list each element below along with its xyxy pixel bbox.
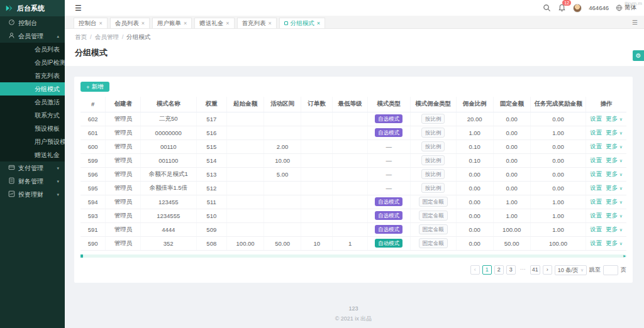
sidebar-subitem-用户预设模式[interactable]: 用户预设模式 bbox=[0, 135, 65, 148]
cell-start: 100.00 bbox=[227, 236, 264, 250]
next-page-button[interactable]: › bbox=[543, 265, 552, 275]
collapse-sidebar-icon[interactable]: ☰ bbox=[75, 4, 82, 13]
scrollbar-arrow-icon[interactable]: ▶ bbox=[623, 254, 626, 258]
avatar[interactable] bbox=[573, 4, 582, 13]
more-dropdown[interactable]: 更多 ∨ bbox=[606, 226, 623, 232]
sidebar-subitem-赠送礼金[interactable]: 赠送礼金 bbox=[0, 148, 65, 161]
config-link[interactable]: 设置 bbox=[590, 184, 602, 191]
config-link[interactable]: 设置 bbox=[590, 115, 602, 122]
page-button-2[interactable]: 2 bbox=[494, 265, 504, 275]
more-dropdown[interactable]: 更多 ∨ bbox=[606, 239, 623, 246]
sidebar-subitem-分组模式[interactable]: 分组模式 bbox=[0, 82, 65, 96]
sidebar-item-控制台[interactable]: 控制台 bbox=[0, 16, 65, 30]
sidebar-subitem-会员列表[interactable]: 会员列表 bbox=[0, 43, 65, 56]
jump-page-input[interactable] bbox=[603, 265, 618, 275]
horizontal-scrollbar[interactable]: ▶ bbox=[80, 254, 626, 258]
cell-operations: 设置更多 ∨ bbox=[586, 209, 626, 222]
config-link[interactable]: 设置 bbox=[590, 170, 602, 177]
more-dropdown[interactable]: 更多 ∨ bbox=[606, 212, 623, 219]
page-ellipsis: ··· bbox=[518, 265, 528, 275]
sidebar-subitem-联系方式[interactable]: 联系方式 bbox=[0, 109, 65, 122]
cell-fixed: 100.00 bbox=[493, 222, 530, 236]
table-row: 602管理员二充50517自选模式按比例20.000.000.00设置更多 ∨ bbox=[80, 112, 626, 126]
sidebar-item-会员管理[interactable]: 会员管理▴ bbox=[0, 30, 65, 43]
cell-num: 600 bbox=[80, 139, 106, 153]
config-link[interactable]: 设置 bbox=[590, 129, 602, 136]
tab-refresh-icon bbox=[284, 21, 288, 25]
more-label: 更多 bbox=[606, 115, 619, 122]
more-dropdown[interactable]: 更多 ∨ bbox=[606, 170, 623, 177]
more-dropdown[interactable]: 更多 ∨ bbox=[606, 115, 623, 122]
config-link[interactable]: 设置 bbox=[590, 156, 602, 163]
cell-num: 599 bbox=[80, 153, 106, 167]
more-dropdown[interactable]: 更多 ∨ bbox=[606, 184, 623, 191]
scrollbar-thumb[interactable] bbox=[80, 254, 83, 258]
add-button-label: 新增 bbox=[92, 83, 104, 91]
cell-creator: 管理员 bbox=[106, 139, 141, 153]
breadcrumb-member-mgmt[interactable]: 会员管理 bbox=[95, 33, 119, 41]
tab-会员列表[interactable]: 会员列表× bbox=[110, 18, 150, 28]
type-dash: — bbox=[386, 185, 392, 192]
commission-type-badge: 固定金额 bbox=[419, 197, 448, 207]
tab-close-icon[interactable]: × bbox=[142, 18, 145, 28]
tab-close-icon[interactable]: × bbox=[226, 18, 229, 28]
page-button-3[interactable]: 3 bbox=[506, 265, 516, 275]
tab-用户账单[interactable]: 用户账单× bbox=[152, 18, 192, 28]
cell-fixed: 1.00 bbox=[493, 195, 530, 209]
tab-close-icon[interactable]: × bbox=[99, 18, 103, 28]
config-link[interactable]: 设置 bbox=[590, 198, 602, 205]
cell-ratio: 0.00 bbox=[456, 222, 493, 236]
cell-ratio: 0.10 bbox=[456, 153, 493, 167]
username[interactable]: 464646 bbox=[589, 4, 609, 11]
tab-label: 赠送礼金 bbox=[199, 18, 223, 28]
breadcrumb-home[interactable]: 首页 bbox=[75, 33, 87, 41]
tab-控制台[interactable]: 控制台× bbox=[74, 18, 108, 28]
notifications[interactable]: 12 bbox=[558, 4, 566, 12]
chevron-down-icon: ▾ bbox=[57, 175, 59, 188]
sidebar-subitem-预设模板[interactable]: 预设模板 bbox=[0, 122, 65, 135]
page-button-41[interactable]: 41 bbox=[530, 265, 540, 275]
cell-type: — bbox=[368, 167, 411, 181]
sidebar-subitem-会员激活[interactable]: 会员激活 bbox=[0, 96, 65, 109]
more-dropdown[interactable]: 更多 ∨ bbox=[606, 143, 623, 150]
tab-赠送礼金[interactable]: 赠送礼金× bbox=[194, 18, 234, 28]
settings-fab[interactable]: ⚙ bbox=[633, 50, 644, 61]
caret-down-icon: ∨ bbox=[619, 145, 623, 149]
tab-close-icon[interactable]: × bbox=[317, 18, 320, 28]
more-dropdown[interactable]: 更多 ∨ bbox=[606, 129, 623, 136]
config-link[interactable]: 设置 bbox=[590, 226, 602, 232]
sidebar-item-label: 支付管理 bbox=[18, 165, 43, 172]
cell-creator: 管理员 bbox=[106, 126, 141, 139]
sidebar-item-支付管理[interactable]: 支付管理▾ bbox=[0, 161, 65, 175]
sidebar-subitem-首充列表[interactable]: 首充列表 bbox=[0, 69, 65, 82]
config-link[interactable]: 设置 bbox=[590, 143, 602, 150]
tab-首充列表[interactable]: 首充列表× bbox=[237, 18, 277, 28]
config-link[interactable]: 设置 bbox=[590, 212, 602, 219]
tab-menu-icon[interactable]: ☰ bbox=[632, 19, 638, 26]
page-button-1[interactable]: 1 bbox=[482, 265, 492, 275]
more-dropdown[interactable]: 更多 ∨ bbox=[606, 156, 623, 163]
tab-close-icon[interactable]: × bbox=[184, 18, 187, 28]
table-row: 590管理员352508100.0050.00101自动模式固定金额0.0050… bbox=[80, 236, 626, 250]
cell-commission-type: 按比例 bbox=[410, 167, 456, 181]
sidebar-item-财务管理[interactable]: 财务管理▾ bbox=[0, 175, 65, 188]
sidebar-subitem-会员IP检测[interactable]: 会员IP检测 bbox=[0, 56, 65, 69]
sidebar-item-投资理财[interactable]: 投资理财▾ bbox=[0, 188, 65, 201]
caret-down-icon: ∨ bbox=[619, 172, 623, 177]
page-size-select[interactable]: 10 条/页 ∨ bbox=[555, 265, 587, 275]
add-button[interactable]: + 新增 bbox=[80, 82, 109, 92]
cell-commission-type: 按比例 bbox=[410, 181, 456, 195]
cell-weight: 515 bbox=[196, 139, 227, 153]
tab-分组模式[interactable]: 分组模式× bbox=[279, 18, 325, 28]
cell-type: — bbox=[368, 181, 411, 195]
prev-page-button[interactable]: ‹ bbox=[470, 265, 480, 275]
more-dropdown[interactable]: 更多 ∨ bbox=[606, 198, 623, 205]
cell-num: 593 bbox=[80, 209, 106, 222]
tab-close-icon[interactable]: × bbox=[269, 18, 272, 28]
column-header: 佣金比例 bbox=[456, 97, 493, 112]
cell-creator: 管理员 bbox=[106, 181, 141, 195]
search-icon[interactable] bbox=[543, 4, 551, 12]
cell-ratio: 0.00 bbox=[456, 236, 493, 250]
config-link[interactable]: 设置 bbox=[590, 239, 602, 246]
tab-label: 会员列表 bbox=[115, 18, 139, 28]
